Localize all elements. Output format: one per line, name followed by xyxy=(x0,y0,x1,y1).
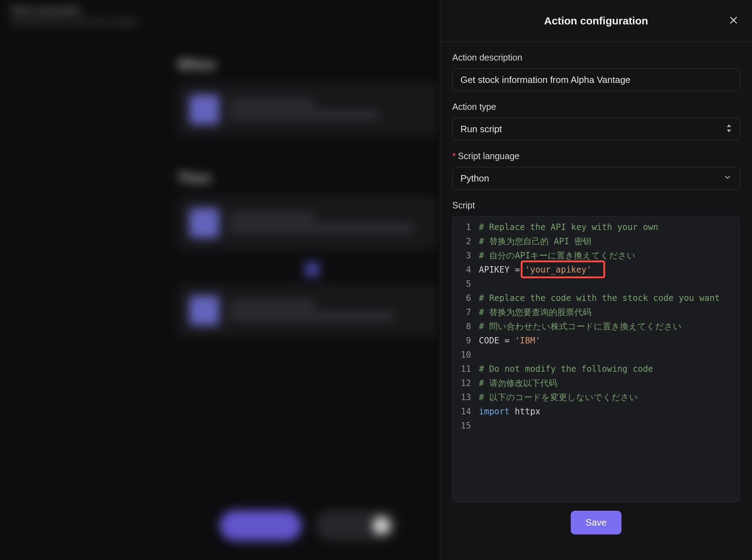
script-label: Script xyxy=(452,200,740,211)
close-icon xyxy=(729,15,739,27)
code-gutter: 123456789101112131415 xyxy=(453,217,475,502)
close-button[interactable] xyxy=(727,15,740,27)
script-language-select[interactable]: Python xyxy=(452,167,740,190)
code-content: # Replace the API key with your own# 替换为… xyxy=(475,217,724,502)
action-type-value: Run script xyxy=(460,124,726,135)
action-config-panel: Action configuration Action description … xyxy=(440,0,752,560)
action-description-input[interactable]: Get stock information from Alpha Vantage xyxy=(452,68,740,91)
panel-body: Action description Get stock information… xyxy=(440,42,752,560)
action-type-label: Action type xyxy=(452,102,740,112)
bg-arrow-icon xyxy=(305,262,319,276)
panel-title: Action configuration xyxy=(544,15,648,27)
updown-icon xyxy=(726,124,732,135)
panel-footer: Save xyxy=(452,502,740,553)
script-language-value: Python xyxy=(460,173,723,184)
action-description-label: Action description xyxy=(452,52,740,63)
script-editor[interactable]: 123456789101112131415 # Replace the API … xyxy=(452,216,740,502)
save-button[interactable]: Save xyxy=(571,511,621,534)
bg-section-then: Then xyxy=(177,170,436,259)
action-type-select[interactable]: Run script xyxy=(452,118,740,140)
script-language-label: *Script language xyxy=(452,151,740,161)
bg-buttons xyxy=(220,510,397,541)
bg-section-then2 xyxy=(177,284,436,347)
action-description-value: Get stock information from Alpha Vantage xyxy=(460,74,630,85)
chevron-down-icon xyxy=(723,173,732,184)
bg-section-when: When xyxy=(177,57,436,146)
panel-header: Action configuration xyxy=(440,0,752,42)
required-star: * xyxy=(452,151,456,161)
